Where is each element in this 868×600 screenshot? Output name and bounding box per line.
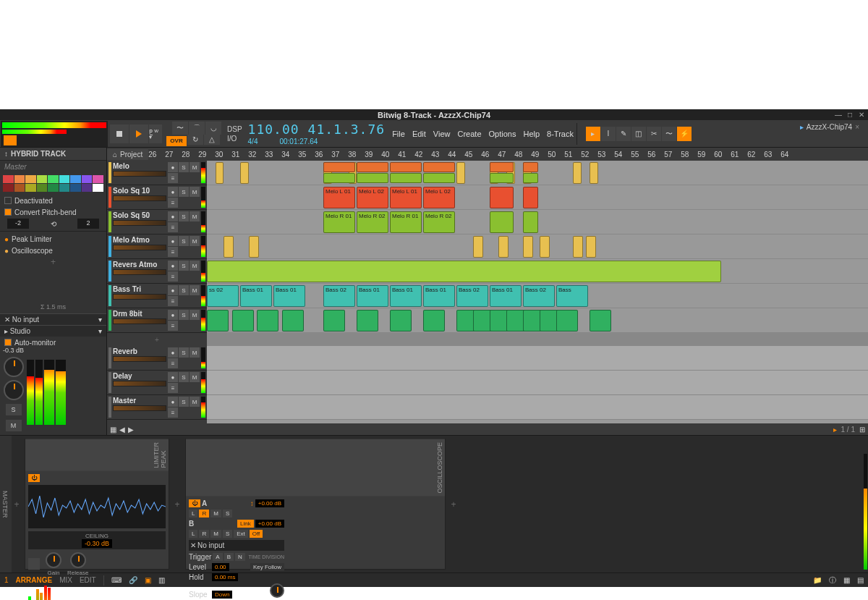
curve-tool[interactable]: 〜 — [662, 127, 676, 141]
add-device-mid[interactable]: + — [174, 499, 179, 510]
clip[interactable] — [257, 310, 278, 331]
timeline-ruler[interactable]: 2627282930313233343536373839404142434445… — [148, 148, 868, 161]
record-arm[interactable]: ● — [168, 211, 178, 221]
solo-button[interactable]: S — [179, 310, 189, 320]
clip[interactable] — [390, 310, 412, 331]
track-menu[interactable]: ≡ — [168, 173, 178, 183]
clip[interactable] — [323, 162, 355, 172]
info-icon[interactable]: ⓘ — [829, 575, 836, 586]
color-swatch[interactable] — [48, 175, 59, 183]
clip[interactable] — [423, 162, 455, 172]
mute-button[interactable]: M — [190, 211, 200, 221]
overdub-button[interactable]: OVR — [166, 136, 187, 146]
clip[interactable] — [456, 162, 465, 184]
mute-button[interactable]: M — [190, 397, 200, 407]
clip[interactable] — [207, 261, 721, 282]
clip[interactable]: Bass 02 — [323, 285, 355, 307]
automation-curve-1[interactable]: 〜 — [172, 122, 188, 135]
output-selector[interactable]: ▸ Studio▾ — [0, 325, 106, 337]
color-swatch[interactable] — [48, 184, 59, 192]
solo-button[interactable]: S — [179, 285, 189, 295]
track-header[interactable]: Melo Atmo ● S M ≡ — [107, 234, 207, 259]
auto-monitor-checkbox[interactable] — [4, 339, 12, 346]
automation-curve-3[interactable]: ◡ — [205, 122, 221, 135]
record-arm[interactable]: ● — [168, 236, 178, 246]
clip[interactable] — [390, 162, 422, 172]
color-swatch[interactable] — [37, 175, 48, 183]
pitch-high[interactable]: 2 — [77, 219, 99, 229]
clip[interactable] — [224, 236, 234, 258]
play-position[interactable]: 41.1.3.76 — [308, 122, 386, 137]
clip[interactable] — [556, 310, 578, 331]
track-header[interactable]: Revers Atmo ● S M ≡ — [107, 259, 207, 284]
track-menu[interactable]: ≡ — [168, 296, 178, 306]
track-fader[interactable] — [113, 195, 166, 201]
clip[interactable]: Melo L 01 — [323, 187, 355, 208]
peak-limiter-row[interactable]: ● Peak Limiter — [0, 233, 106, 245]
fx-track-lane[interactable] — [207, 346, 868, 371]
record-arm[interactable]: ● — [168, 285, 178, 295]
mute-button[interactable]: M — [190, 162, 200, 172]
solo-button[interactable]: S — [179, 261, 189, 271]
play-button[interactable] — [129, 124, 148, 143]
clip[interactable]: Melo R 01 — [390, 211, 422, 233]
clip[interactable] — [523, 187, 538, 208]
mute-button[interactable]: M — [6, 420, 22, 431]
key-follow[interactable]: Key Follow — [250, 563, 284, 571]
scope-link[interactable]: Link — [237, 520, 254, 528]
menu-edit[interactable]: Edit — [412, 130, 426, 138]
mute-button[interactable]: M — [190, 187, 200, 197]
automation-tool[interactable]: ⚡ — [677, 127, 692, 141]
clip[interactable] — [357, 162, 388, 172]
loop-button[interactable]: ↻ — [187, 135, 203, 145]
track-menu[interactable]: ≡ — [168, 198, 178, 208]
close-tab-icon[interactable]: × — [855, 123, 859, 131]
color-swatch[interactable] — [93, 175, 103, 183]
tempo-bpm[interactable]: 110.00 — [248, 122, 299, 137]
arranger-view-button[interactable] — [4, 135, 17, 145]
add-device-left[interactable]: + — [14, 499, 19, 510]
track-menu[interactable]: ≡ — [168, 407, 178, 418]
track-lane[interactable] — [207, 259, 868, 284]
track-header[interactable]: Solo Sq 10 ● S M ≡ — [107, 185, 207, 210]
menu-file[interactable]: File — [392, 130, 405, 138]
scope-a-m[interactable]: M — [210, 510, 221, 517]
pitch-low[interactable]: -2 — [7, 219, 29, 229]
track-fader[interactable] — [113, 294, 166, 300]
record-mode-button[interactable]: p̲ w ▾ — [149, 124, 162, 143]
scope-a-r[interactable]: R — [199, 510, 209, 517]
scope-b-m[interactable]: M — [210, 530, 221, 538]
clip[interactable] — [423, 310, 445, 331]
clip[interactable] — [523, 236, 533, 258]
color-swatch[interactable] — [3, 175, 14, 183]
clip[interactable] — [249, 236, 259, 258]
track-header[interactable]: Reverb ● S M ≡ — [107, 346, 207, 371]
track-fader[interactable] — [113, 171, 166, 177]
add-track-button[interactable]: + — [107, 333, 207, 346]
mute-button[interactable]: M — [190, 372, 200, 382]
marker-icon[interactable]: ▸ — [833, 426, 837, 434]
clip[interactable]: ss 02 — [207, 285, 239, 307]
grid-icon[interactable]: ▦ — [110, 426, 116, 434]
mute-button[interactable]: M — [190, 261, 200, 271]
clip[interactable]: Bass 01 — [490, 285, 522, 307]
clip[interactable] — [323, 310, 345, 331]
clips-area[interactable]: Melo L 01Melo L 02Melo L 01Melo L 02Melo… — [207, 161, 868, 423]
track-fader[interactable] — [113, 245, 166, 250]
track-fader[interactable] — [113, 405, 166, 411]
convert-pitch-checkbox[interactable] — [4, 208, 12, 216]
clip[interactable] — [423, 173, 455, 183]
clip[interactable] — [573, 236, 583, 258]
trigger-b[interactable]: B — [224, 553, 234, 561]
scope-a-s[interactable]: S — [223, 510, 232, 517]
clip[interactable] — [473, 236, 483, 258]
clip[interactable]: Melo R 01 — [323, 211, 355, 233]
clip[interactable] — [523, 173, 538, 183]
oscilloscope-row[interactable]: ● Oscilloscope — [0, 245, 106, 256]
clip[interactable] — [573, 162, 582, 184]
clip[interactable] — [490, 162, 514, 172]
record-arm[interactable]: ● — [168, 397, 178, 407]
release-knob[interactable] — [70, 552, 86, 568]
color-swatch[interactable] — [70, 184, 81, 192]
add-device-button[interactable]: + — [51, 257, 56, 267]
